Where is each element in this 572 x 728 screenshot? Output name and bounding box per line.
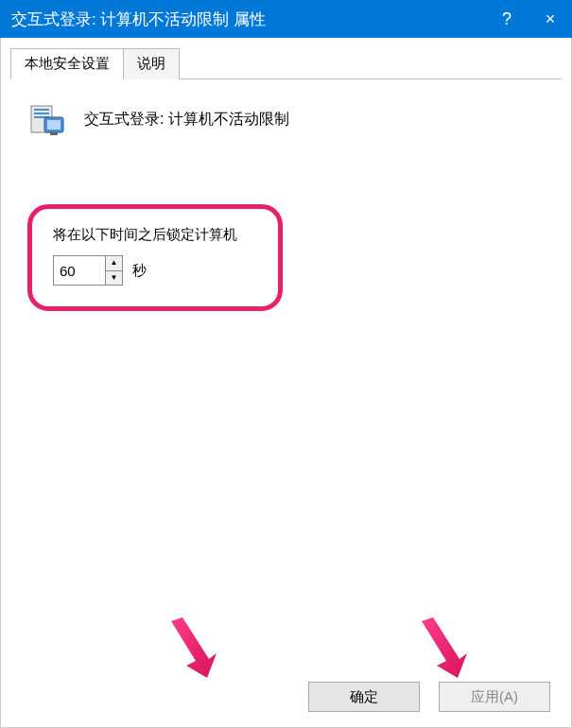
help-button[interactable]: ? [485,0,529,38]
svg-rect-1 [34,109,49,111]
seconds-input[interactable] [54,256,105,285]
dialog-content: 本地安全设置 说明 交互式登录: 计算机不活动限制 将在以下时间之后 [0,38,572,728]
svg-marker-8 [422,617,467,678]
annotation-arrow-icon [412,614,469,680]
tab-body: 交互式登录: 计算机不活动限制 将在以下时间之后锁定计算机 ▲ ▼ 秒 [10,79,562,332]
spin-up-button[interactable]: ▲ [106,256,122,271]
titlebar: 交互式登录: 计算机不活动限制 属性 ? × [0,0,572,38]
spin-buttons: ▲ ▼ [105,256,122,285]
lock-label: 将在以下时间之后锁定计算机 [53,226,257,244]
button-row: 确定 应用(A) [1,682,571,712]
window-title: 交互式登录: 计算机不活动限制 属性 [11,9,485,30]
tab-label: 本地安全设置 [25,55,110,71]
policy-icon [27,100,65,138]
apply-button[interactable]: 应用(A) [439,682,550,712]
highlight-annotation: 将在以下时间之后锁定计算机 ▲ ▼ 秒 [27,204,283,311]
policy-header: 交互式登录: 计算机不活动限制 [27,100,545,138]
button-label: 确定 [350,688,378,706]
close-button[interactable]: × [529,0,572,38]
button-label: 应用(A) [471,688,518,706]
spinner-row: ▲ ▼ 秒 [53,255,257,286]
tab-strip: 本地安全设置 说明 [10,47,562,79]
svg-rect-2 [34,113,49,114]
annotation-arrow-icon [162,614,218,680]
svg-rect-5 [47,120,61,130]
ok-button[interactable]: 确定 [308,682,420,712]
seconds-spinner: ▲ ▼ [53,255,123,286]
svg-marker-7 [171,617,217,678]
tab-explanation[interactable]: 说明 [123,48,180,79]
tab-local-security-settings[interactable]: 本地安全设置 [10,48,124,79]
unit-label: 秒 [132,262,147,280]
spin-down-button[interactable]: ▼ [106,271,122,286]
policy-name: 交互式登录: 计算机不活动限制 [84,110,289,130]
tab-label: 说明 [137,55,165,71]
svg-rect-6 [50,132,58,135]
